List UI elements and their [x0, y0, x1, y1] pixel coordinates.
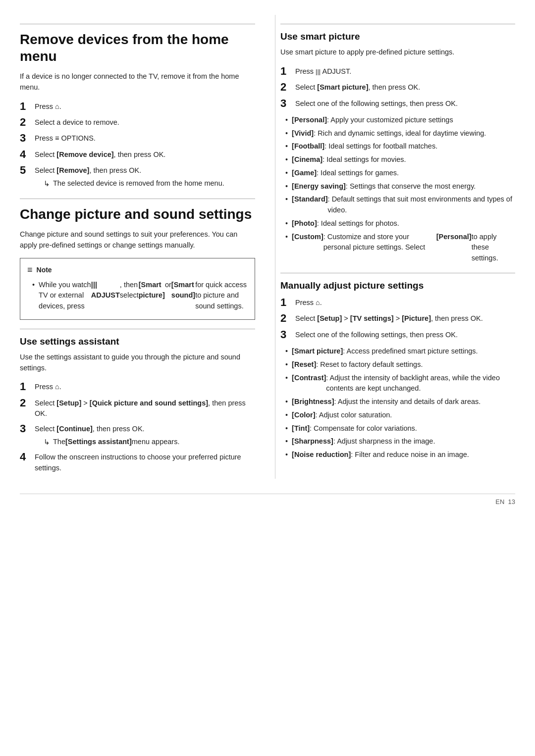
step-4: 4 Select [Remove device], then press OK. [20, 148, 255, 161]
smart-picture-section: Use smart picture Use smart picture to a… [280, 31, 515, 264]
step-1: 1 Press . [20, 100, 255, 113]
options-icon [55, 134, 59, 142]
settings-assistant-title: Use settings assistant [20, 336, 255, 347]
sp-bullet-1: [Personal]: Apply your customized pictur… [285, 115, 515, 126]
smart-picture-steps: 1 Press ADJUST. 2 Select [Smart picture]… [280, 65, 515, 110]
ma-step-text-1: Press . [295, 296, 515, 308]
manual-adjust-title: Manually adjust picture settings [280, 280, 515, 291]
sp-step-1: 1 Press ADJUST. [280, 65, 515, 78]
note-header: ≡ Note [27, 263, 248, 277]
step-num-4: 4 [20, 148, 35, 161]
step-text-3: Press OPTIONS. [35, 132, 255, 144]
sa-step-2: 2 Select [Setup] > [Quick picture and so… [20, 397, 255, 420]
sa-step-4: 4 Follow the onscreen instructions to ch… [20, 451, 255, 474]
step-num-1: 1 [20, 100, 35, 113]
manual-adjust-section: Manually adjust picture settings 1 Press… [280, 280, 515, 460]
change-settings-intro: Change picture and sound settings to sui… [20, 229, 255, 251]
sp-step-num-1: 1 [280, 65, 295, 78]
step-num-2: 2 [20, 116, 35, 129]
sp-bullet-2: [Vivid]: Rich and dynamic settings, idea… [285, 128, 515, 139]
sa-step-text-1: Press . [35, 380, 255, 393]
adjust-icon-sp1 [316, 67, 321, 75]
step-2: 2 Select a device to remove. [20, 116, 255, 129]
smart-picture-bullets: [Personal]: Apply your customized pictur… [285, 115, 515, 264]
sa-step-text-3: Select [Continue], then press OK. The [S… [35, 422, 255, 448]
sp-bullet-6: [Energy saving]: Settings that conserve … [285, 181, 515, 192]
ma-step-text-2: Select [Setup] > [TV settings] > [Pictur… [295, 312, 515, 324]
sa-step-3-result: The [Settings assistant] menu appears. [44, 437, 255, 448]
step-text-2: Select a device to remove. [35, 116, 255, 128]
sp-step-text-3: Select one of the following settings, th… [295, 97, 515, 109]
step-3: 3 Press OPTIONS. [20, 132, 255, 145]
ma-step-num-1: 1 [280, 296, 295, 309]
sp-bullet-4: [Cinema]: Ideal settings for movies. [285, 154, 515, 165]
sp-bullet-8: [Photo]: Ideal settings for photos. [285, 218, 515, 229]
ma-bullet-7: [Sharpness]: Adjust sharpness in the ima… [285, 436, 515, 447]
sp-step-text-1: Press ADJUST. [295, 65, 515, 77]
sp-bullet-9: [Custom]: Customize and store your perso… [285, 232, 515, 264]
ma-bullet-6: [Tint]: Compensate for color variations. [285, 423, 515, 434]
step-5: 5 Select [Remove], then press OK. The se… [20, 164, 255, 189]
remove-devices-section: Remove devices from the home menu If a d… [20, 31, 255, 190]
note-icon: ≡ [27, 263, 33, 277]
note-item-1: While you watch TV or external devices, … [32, 280, 248, 312]
sa-step-num-2: 2 [20, 397, 35, 409]
manual-adjust-bullets: [Smart picture]: Access predefined smart… [285, 346, 515, 460]
sa-step-num-1: 1 [20, 380, 35, 393]
step-5-result: The selected device is removed from the … [44, 178, 255, 190]
ma-step-text-3: Select one of the following settings, th… [295, 328, 515, 341]
change-settings-title: Change picture and sound settings [20, 206, 255, 223]
remove-devices-steps: 1 Press . 2 Select a device to remove. 3… [20, 100, 255, 190]
page-footer: EN 13 [20, 494, 515, 505]
divider-section2-right [280, 273, 515, 273]
sp-bullet-3: [Football]: Ideal settings for football … [285, 141, 515, 152]
right-column: Use smart picture Use smart picture to a… [275, 15, 515, 479]
home-icon-1 [55, 102, 59, 110]
divider-section3-left [20, 329, 255, 329]
step-num-5: 5 [20, 164, 35, 177]
sa-step-text-4: Follow the onscreen instructions to choo… [35, 451, 255, 474]
page-layout: Remove devices from the home menu If a d… [20, 15, 515, 479]
smart-picture-intro: Use smart picture to apply pre-defined p… [280, 47, 515, 58]
sa-step-3: 3 Select [Continue], then press OK. The … [20, 422, 255, 448]
note-box: ≡ Note While you watch TV or external de… [20, 258, 255, 320]
sp-step-text-2: Select [Smart picture], then press OK. [295, 81, 515, 93]
ma-bullet-4: [Brightness]: Adjust the intensity and d… [285, 397, 515, 407]
ma-bullet-2: [Reset]: Reset to factory default settin… [285, 359, 515, 370]
ma-bullet-3: [Contrast]: Adjust the intensity of back… [285, 373, 515, 395]
step-text-5: Select [Remove], then press OK. The sele… [35, 164, 255, 189]
ma-step-2: 2 Select [Setup] > [TV settings] > [Pict… [280, 312, 515, 325]
ma-step-num-3: 3 [280, 328, 295, 341]
sp-step-2: 2 Select [Smart picture], then press OK. [280, 81, 515, 94]
sp-step-num-2: 2 [280, 81, 295, 94]
remove-devices-intro: If a device is no longer connected to th… [20, 71, 255, 93]
divider-top-left [20, 24, 255, 24]
divider-section2-left [20, 199, 255, 199]
ma-step-num-2: 2 [280, 312, 295, 325]
footer-lang: EN [495, 498, 504, 505]
divider-top-right [280, 24, 515, 24]
left-column: Remove devices from the home menu If a d… [20, 15, 260, 479]
sp-step-3: 3 Select one of the following settings, … [280, 97, 515, 110]
sa-step-num-4: 4 [20, 451, 35, 463]
step-text-4: Select [Remove device], then press OK. [35, 148, 255, 160]
sa-step-1: 1 Press . [20, 380, 255, 393]
sp-bullet-5: [Game]: Ideal settings for games. [285, 168, 515, 179]
sa-step-num-3: 3 [20, 422, 35, 435]
home-icon-ma1 [316, 299, 320, 306]
remove-devices-title: Remove devices from the home menu [20, 31, 255, 64]
step-text-1: Press . [35, 100, 255, 112]
sp-bullet-7: [Standard]: Default settings that suit m… [285, 194, 515, 216]
sa-step-text-2: Select [Setup] > [Quick picture and soun… [35, 397, 255, 420]
sp-step-num-3: 3 [280, 97, 295, 110]
note-label: Note [37, 265, 52, 275]
smart-picture-title: Use smart picture [280, 31, 515, 42]
settings-assistant-steps: 1 Press . 2 Select [Setup] > [Quick pict… [20, 380, 255, 474]
ma-step-3: 3 Select one of the following settings, … [280, 328, 515, 341]
home-icon-sa1 [55, 383, 59, 391]
step-num-3: 3 [20, 132, 35, 145]
ma-step-1: 1 Press . [280, 296, 515, 309]
note-bullets: While you watch TV or external devices, … [32, 280, 248, 312]
settings-assistant-section: Use settings assistant Use the settings … [20, 336, 255, 474]
change-settings-section: Change picture and sound settings Change… [20, 206, 255, 320]
